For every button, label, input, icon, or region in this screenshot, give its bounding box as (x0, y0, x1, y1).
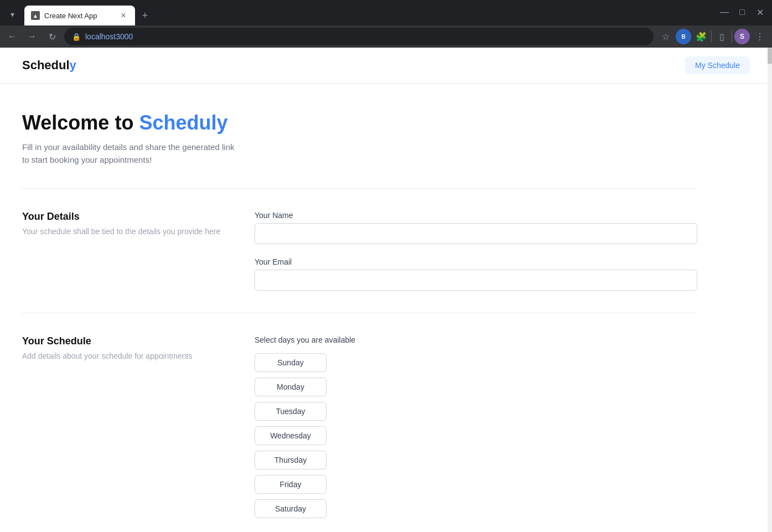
divider (711, 31, 712, 42)
day-saturday[interactable]: Saturday (255, 499, 327, 518)
back-button[interactable]: ← (4, 29, 20, 44)
close-button[interactable]: ✕ (752, 4, 768, 20)
extension-button[interactable]: B (676, 29, 691, 44)
browser-chrome: ▾ ▲ Create Next App ✕ + — □ ✕ ← → ↻ 🔒 lo… (0, 0, 772, 48)
name-label: Your Name (255, 211, 697, 220)
hero-section: Welcome to Scheduly Fill in your availab… (22, 84, 697, 189)
day-thursday[interactable]: Thursday (255, 451, 327, 469)
menu-button[interactable]: ⋮ (752, 29, 768, 44)
hero-title-black: Welcome to (22, 111, 139, 134)
logo-blue: y (70, 58, 76, 72)
browser-window-controls: — □ ✕ (717, 4, 768, 20)
days-container: Sunday Monday Tuesday Wednesday Thursday… (255, 353, 697, 518)
tab-close-button[interactable]: ✕ (118, 11, 128, 20)
star-button[interactable]: ☆ (658, 29, 673, 44)
logo-black: Schedul (22, 58, 70, 72)
details-fields: Your Name Your Email (255, 211, 697, 291)
profile-menu-button[interactable]: ▾ (4, 7, 20, 22)
forward-button[interactable]: → (24, 29, 40, 44)
email-field-group: Your Email (255, 257, 697, 291)
details-title: Your Details (22, 211, 232, 223)
scrollbar-thumb[interactable] (768, 48, 772, 64)
days-label: Select days you are available (255, 335, 697, 344)
hero-title-blue: Scheduly (139, 111, 227, 134)
day-tuesday[interactable]: Tuesday (255, 402, 327, 421)
tab-bar: ▲ Create Next App ✕ + (24, 3, 714, 25)
browser-title-bar: ▾ ▲ Create Next App ✕ + — □ ✕ (0, 0, 772, 25)
app-header: Scheduly My Schedule (0, 48, 772, 84)
schedule-title: Your Schedule (22, 335, 232, 347)
main-content: Welcome to Scheduly Fill in your availab… (0, 84, 719, 532)
restore-button[interactable]: □ (734, 4, 750, 20)
day-sunday[interactable]: Sunday (255, 353, 327, 372)
divider2 (732, 31, 732, 42)
logo: Scheduly (22, 58, 76, 73)
tab-title: Create Next App (44, 12, 114, 20)
tab-favicon: ▲ (31, 11, 40, 20)
url-port: 3000 (116, 32, 133, 41)
new-tab-button[interactable]: + (137, 8, 153, 23)
app-wrapper: Scheduly My Schedule Welcome to Scheduly… (0, 48, 772, 532)
day-monday[interactable]: Monday (255, 378, 327, 396)
browser-actions: ☆ B 🧩 ▯ S ⋮ (658, 29, 768, 44)
sidebar-button[interactable]: ▯ (714, 29, 729, 44)
lock-icon: 🔒 (72, 33, 81, 41)
scrollbar[interactable] (768, 48, 772, 532)
email-input[interactable] (255, 270, 697, 291)
browser-address-bar: ← → ↻ 🔒 localhost3000 ☆ B 🧩 ▯ S ⋮ (0, 25, 772, 48)
day-friday[interactable]: Friday (255, 475, 327, 494)
address-text: localhost3000 (85, 32, 133, 41)
details-section-info: Your Details Your schedule shall be tied… (22, 211, 232, 291)
url-protocol: localhost (85, 32, 116, 41)
details-description: Your schedule shall be tied to the detai… (22, 227, 232, 236)
puzzle-icon[interactable]: 🧩 (693, 29, 709, 44)
day-wednesday[interactable]: Wednesday (255, 426, 327, 445)
my-schedule-button[interactable]: My Schedule (685, 56, 750, 74)
refresh-button[interactable]: ↻ (44, 29, 60, 44)
schedule-section: Your Schedule Add details about your sch… (22, 313, 697, 532)
hero-title: Welcome to Scheduly (22, 111, 697, 135)
browser-controls-left: ▾ (4, 7, 20, 22)
active-tab[interactable]: ▲ Create Next App ✕ (24, 6, 135, 25)
schedule-fields: Select days you are available Sunday Mon… (255, 335, 697, 532)
details-section: Your Details Your schedule shall be tied… (22, 189, 697, 313)
schedule-description: Add details about your schedule for appo… (22, 352, 232, 360)
address-bar[interactable]: 🔒 localhost3000 (64, 28, 654, 45)
email-label: Your Email (255, 257, 697, 266)
minimize-button[interactable]: — (717, 4, 732, 20)
schedule-section-info: Your Schedule Add details about your sch… (22, 335, 232, 532)
profile-button[interactable]: S (734, 29, 750, 44)
hero-subtitle: Fill in your availability details and sh… (22, 141, 243, 166)
days-selector: Select days you are available Sunday Mon… (255, 335, 697, 532)
name-input[interactable] (255, 223, 697, 244)
name-field-group: Your Name (255, 211, 697, 244)
